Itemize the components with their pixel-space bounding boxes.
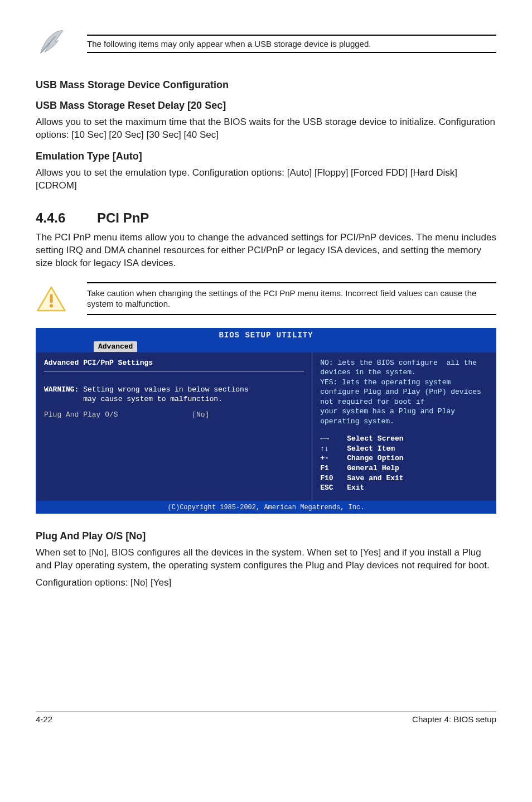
- note-text: The following items may only appear when…: [87, 39, 496, 49]
- usb-config-heading: USB Mass Storage Device Configuration: [36, 79, 496, 91]
- caution-text: Take caution when changing the settings …: [87, 288, 476, 309]
- plugplay-heading: Plug And Play O/S [No]: [36, 530, 496, 542]
- usb-reset-delay-body: Allows you to set the maximum time that …: [36, 116, 496, 142]
- bios-main-pane: Advanced PCI/PnP Settings WARNING: Setti…: [36, 352, 312, 501]
- plugplay-body: When set to [No], BIOS configures all th…: [36, 547, 496, 572]
- bios-help-text: NO: lets the BIOS configure all the devi…: [320, 358, 488, 427]
- bios-help-pane: NO: lets the BIOS configure all the devi…: [312, 352, 496, 501]
- key-sym: +-: [320, 453, 347, 463]
- svg-point-3: [50, 304, 53, 307]
- key-label: General Help: [347, 463, 399, 474]
- feather-icon: [36, 27, 67, 58]
- key-sym: ESC: [320, 483, 347, 493]
- bios-footer: (C)Copyright 1985-2002, American Megatre…: [36, 501, 496, 514]
- section-title: PCI PnP: [97, 210, 149, 225]
- key-label: Change Option: [347, 453, 403, 463]
- emulation-type-body: Allows you to set the emulation type. Co…: [36, 167, 496, 192]
- key-sym: F10: [320, 474, 347, 484]
- bios-left-title: Advanced PCI/PnP Settings: [44, 358, 304, 368]
- key-sym: ↑↓: [320, 444, 347, 454]
- bios-panel: BIOS SETUP UTILITY Advanced Advanced PCI…: [36, 328, 496, 514]
- section-heading: 4.4.6PCI PnP: [36, 210, 496, 226]
- bios-option-row[interactable]: Plug And Play O/S [No]: [44, 410, 304, 420]
- page-footer: 4-22 Chapter 4: BIOS setup: [36, 712, 496, 724]
- chapter-label: Chapter 4: BIOS setup: [412, 714, 496, 724]
- key-label: Save and Exit: [347, 474, 403, 484]
- key-sym: F1: [320, 463, 347, 474]
- caution-icon: [36, 284, 67, 313]
- note-block: The following items may only appear when…: [36, 27, 496, 60]
- section-intro: The PCI PnP menu items allow you to chan…: [36, 231, 496, 270]
- bios-title: BIOS SETUP UTILITY: [36, 328, 496, 342]
- emulation-type-heading: Emulation Type [Auto]: [36, 151, 496, 162]
- bios-key-legend: ←→Select Screen ↑↓Select Item +-Change O…: [320, 434, 488, 492]
- bios-warning-label: WARNING:: [44, 385, 79, 394]
- plugplay-config-line: Configuration options: [No] [Yes]: [36, 577, 496, 590]
- key-label: Exit: [347, 483, 364, 493]
- bios-tab-advanced[interactable]: Advanced: [94, 341, 137, 352]
- usb-reset-delay-heading: USB Mass Storage Reset Delay [20 Sec]: [36, 100, 496, 112]
- section-number: 4.4.6: [36, 210, 97, 226]
- page-number: 4-22: [36, 714, 412, 724]
- key-label: Select Item: [347, 444, 395, 454]
- key-label: Select Screen: [347, 434, 403, 444]
- svg-rect-2: [50, 294, 52, 303]
- bios-option-value: [No]: [192, 410, 209, 419]
- caution-block: Take caution when changing the settings …: [36, 282, 496, 316]
- key-sym: ←→: [320, 434, 347, 444]
- bios-warning-line2: may cause system to malfunction.: [83, 395, 223, 403]
- bios-option-label: Plug And Play O/S: [44, 410, 118, 419]
- bios-warning-line1: Setting wrong values in below sections: [83, 385, 248, 394]
